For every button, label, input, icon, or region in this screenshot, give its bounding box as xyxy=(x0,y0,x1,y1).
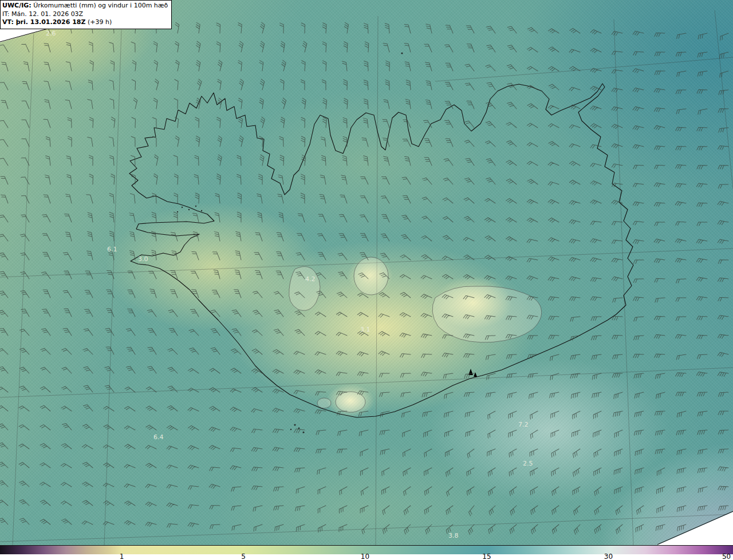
island-dot xyxy=(290,429,291,430)
spot-value-label: 3.1 xyxy=(360,326,371,333)
peak-triangle xyxy=(474,372,477,377)
glacier-langjokull xyxy=(289,267,320,311)
island-dot xyxy=(294,424,295,425)
product-title: UWC/IG: Úrkomumætti (mm) og vindur i 100… xyxy=(2,2,168,10)
spot-value-label: 6.1 xyxy=(107,246,117,253)
colorbar-tick-label: 1 xyxy=(120,553,124,560)
glacier-outlines xyxy=(289,257,542,412)
island-dot xyxy=(298,428,300,429)
valid-time: VT: þri. 13.01.2026 18Z (+39 h) xyxy=(2,18,168,27)
island-grimsey xyxy=(401,52,403,54)
spot-value-label: 4.2 xyxy=(305,275,316,283)
island-dot xyxy=(195,206,196,207)
spot-value-label: 3.8 xyxy=(448,532,459,539)
island-dot xyxy=(188,209,190,210)
colorbar-tick-label: 15 xyxy=(482,553,491,560)
peak-marks xyxy=(468,369,477,377)
island-dot xyxy=(302,431,304,433)
spot-value-label: 2.6 xyxy=(46,30,56,37)
glacier-vatnajokull xyxy=(432,286,542,342)
model-name: UWC/IG: xyxy=(2,2,31,9)
spot-value-label: 3.0 xyxy=(138,255,148,263)
spot-value-label: 7.2 xyxy=(518,421,529,428)
spot-value-label: 6.4 xyxy=(153,433,164,441)
colorbar-tick-label: 50 xyxy=(722,553,731,560)
glacier-hofsjokull xyxy=(354,257,388,295)
product-description: Úrkomumætti (mm) og vindur i 100m hæð xyxy=(31,2,168,9)
island-dot xyxy=(201,210,202,211)
island-dot xyxy=(182,207,183,208)
valid-time-main: VT: þri. 13.01.2026 18Z xyxy=(2,18,85,26)
islands xyxy=(177,52,403,433)
weather-map-page: 2.66.13.04.23.16.47.22.53.8 UWC/IG: Úrko… xyxy=(0,0,733,560)
map-overlay: 2.66.13.04.23.16.47.22.53.8 xyxy=(0,0,733,545)
colorbar-tick-label: 30 xyxy=(604,553,613,560)
title-box: UWC/IG: Úrkomumætti (mm) og vindur i 100… xyxy=(0,0,172,29)
colorbar: 1510153050 xyxy=(0,545,733,560)
spot-value-label: 2.5 xyxy=(523,460,533,467)
init-time: IT: Mán. 12. 01. 2026 03Z xyxy=(2,10,168,19)
island-dot xyxy=(177,211,178,212)
iceland-coastline xyxy=(129,84,633,417)
glacier-eyjafjallajokull xyxy=(317,398,331,408)
glacier-myrdalsjokull xyxy=(336,392,365,412)
colorbar-tick-label: 5 xyxy=(241,553,246,560)
colorbar-tick-label: 10 xyxy=(361,553,369,560)
valid-time-offset: (+39 h) xyxy=(85,18,112,26)
